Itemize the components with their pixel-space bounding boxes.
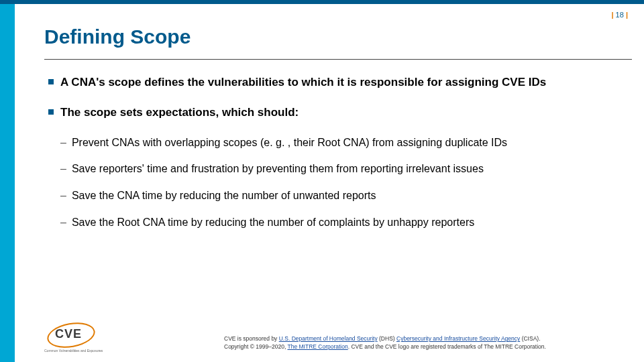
bullet-text: Save the Root CNA time by reducing the n… — [72, 215, 474, 230]
copyright: CVE is sponsored by U.S. Department of H… — [224, 335, 546, 351]
bullet-dash-icon: – — [60, 162, 66, 176]
bullet-dash-icon: – — [60, 215, 66, 230]
bullet-text: The scope sets expectations, which shoul… — [60, 105, 299, 121]
bullet-level2: – Save the Root CNA time by reducing the… — [60, 215, 617, 230]
bullet-square-icon — [48, 109, 54, 115]
link-mitre[interactable]: The MITRE Corporation — [287, 343, 347, 350]
footer-text: (CISA). — [520, 335, 540, 342]
bullet-dash-icon: – — [60, 188, 66, 203]
logo-subtitle: Common Vulnerabilities and Exposures — [44, 349, 103, 353]
bullet-text: Save reporters' time and frustration by … — [72, 162, 484, 176]
title-divider — [44, 59, 632, 60]
bullet-level1: A CNA's scope defines the vulnerabilitie… — [48, 75, 617, 90]
link-dhs[interactable]: U.S. Department of Homeland Security — [279, 335, 378, 342]
footer-text: CVE is sponsored by — [224, 335, 279, 342]
page-number: | 18 | — [611, 11, 628, 19]
left-stripe — [0, 4, 15, 362]
footer-text: . CVE and the CVE logo are registered tr… — [348, 343, 546, 350]
footer-text: (DHS) — [378, 335, 396, 342]
bullet-level2: – Save reporters' time and frustration b… — [60, 162, 617, 176]
bullet-square-icon — [48, 79, 54, 84]
page-number-value: 18 — [616, 11, 624, 19]
slide-title: Defining Scope — [44, 25, 191, 48]
bullet-level2: – Prevent CNAs with overlapping scopes (… — [60, 135, 617, 150]
bullet-text: A CNA's scope defines the vulnerabilitie… — [60, 75, 546, 90]
bullet-text: Save the CNA time by reducing the number… — [72, 188, 376, 203]
link-cisa[interactable]: Cybersecurity and Infrastructure Securit… — [396, 335, 520, 342]
bullet-level1: The scope sets expectations, which shoul… — [48, 105, 617, 121]
footer-text: Copyright © 1999–2020, — [224, 343, 287, 350]
top-stripe — [0, 0, 644, 4]
content-area: A CNA's scope defines the vulnerabilitie… — [48, 75, 617, 241]
footer: CVE Common Vulnerabilities and Exposures… — [44, 322, 631, 351]
bullet-level2: – Save the CNA time by reducing the numb… — [60, 188, 617, 203]
bullet-text: Prevent CNAs with overlapping scopes (e.… — [72, 135, 507, 150]
cve-logo: CVE Common Vulnerabilities and Exposures — [44, 322, 103, 351]
bullet-dash-icon: – — [60, 135, 66, 150]
logo-text: CVE — [55, 327, 82, 341]
